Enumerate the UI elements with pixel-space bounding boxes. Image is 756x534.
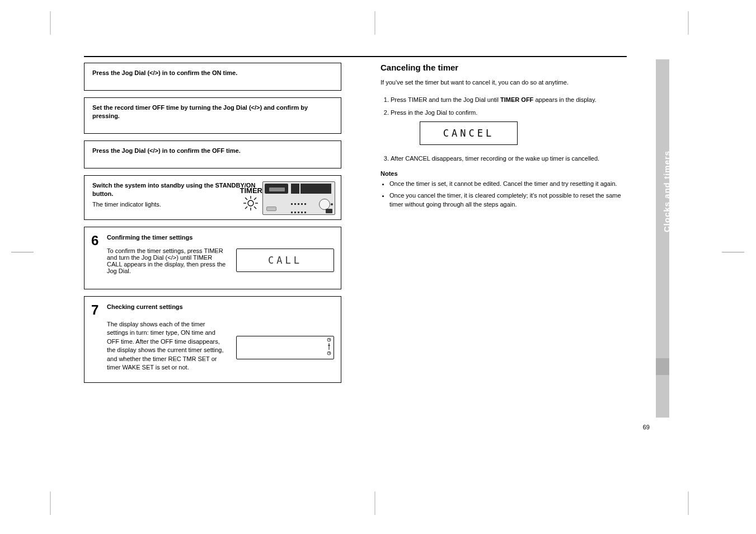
page-number: 69 (643, 424, 650, 430)
notes-list: Once the timer is set, it cannot be edit… (381, 179, 627, 209)
svg-line-14 (254, 198, 256, 200)
crop-mark (358, 487, 392, 517)
crop-mark (45, 487, 56, 517)
list-item: Once you cancel the timer, it is cleared… (389, 191, 627, 209)
step-number: 7 (91, 302, 98, 318)
lcd-timer-icons (326, 338, 332, 358)
timer-label: TIMER (240, 186, 262, 196)
language-label: En (660, 425, 668, 431)
list-item: Press TIMER and turn the Jog Dial until … (391, 95, 627, 105)
angle-left-icon: < (149, 147, 153, 154)
angle-left-icon: < (149, 69, 153, 76)
text-bold: TIMER OFF (500, 96, 533, 103)
lcd-text: CANCEL (443, 128, 494, 139)
text: Switch the system into standby using the… (92, 182, 255, 197)
svg-point-7 (248, 200, 253, 206)
list-item: Press in the Jog Dial to confirm. (391, 108, 627, 118)
sub-text: The timer indicator lights. (92, 200, 260, 209)
step-confirm-off-time: Press the Jog Dial (</>) in to confirm t… (84, 140, 341, 168)
svg-line-13 (254, 207, 256, 209)
step-confirm-on-time: Press the Jog Dial (</>) in to confirm t… (84, 63, 341, 91)
text: Set the record timer OFF time by turning… (92, 104, 251, 111)
cancel-steps-list: Press TIMER and turn the Jog Dial until … (381, 95, 627, 118)
crop-mark (11, 252, 34, 252)
text: ) in to confirm the ON time. (158, 69, 237, 76)
crop-mark (683, 11, 694, 41)
step-title: Confirming the timer settings (107, 234, 192, 241)
lcd-display (236, 336, 334, 359)
step-6-confirm-settings: 6 Confirming the timer settings To confi… (84, 227, 341, 289)
crop-mark (358, 11, 392, 41)
svg-line-15 (245, 207, 247, 209)
sidebar-page-marker (656, 358, 669, 375)
step-standby: Switch the system into standby using the… (84, 175, 341, 220)
lcd-text: CALL (268, 255, 302, 266)
cancel-timer-heading: Canceling the timer (381, 63, 627, 72)
text: appears in the display. (533, 96, 596, 103)
cancel-steps-list-cont: After CANCEL disappears, timer recording… (381, 154, 627, 164)
timer-light-icon (243, 196, 258, 213)
sidebar-section-label: Clocks and timers (662, 64, 673, 232)
crop-mark (683, 487, 694, 517)
text: ) in to confirm the OFF time. (158, 147, 241, 154)
lcd-display: CANCEL (420, 121, 518, 145)
lcd-display: CALL (236, 249, 334, 272)
crop-mark (722, 252, 744, 252)
text: Press TIMER and turn the Jog Dial until (391, 96, 500, 103)
svg-line-12 (245, 198, 247, 200)
crop-mark (45, 11, 56, 41)
divider (84, 56, 627, 57)
device-illustration (262, 181, 335, 221)
cancel-intro-text: If you've set the timer but want to canc… (381, 78, 627, 87)
text: Press the Jog Dial ( (92, 147, 149, 154)
step-number: 6 (91, 233, 98, 249)
notes-heading: Notes (381, 170, 627, 177)
step-7-check-settings: 7 Checking current settings The display … (84, 296, 341, 383)
step-title: Checking current settings (107, 303, 183, 310)
step-set-off-time: Set the record timer OFF time by turning… (84, 97, 341, 134)
list-item: After CANCEL disappears, timer recording… (391, 154, 627, 164)
text: Press the Jog Dial ( (92, 69, 149, 76)
list-item: Once the timer is set, it cannot be edit… (389, 179, 627, 189)
